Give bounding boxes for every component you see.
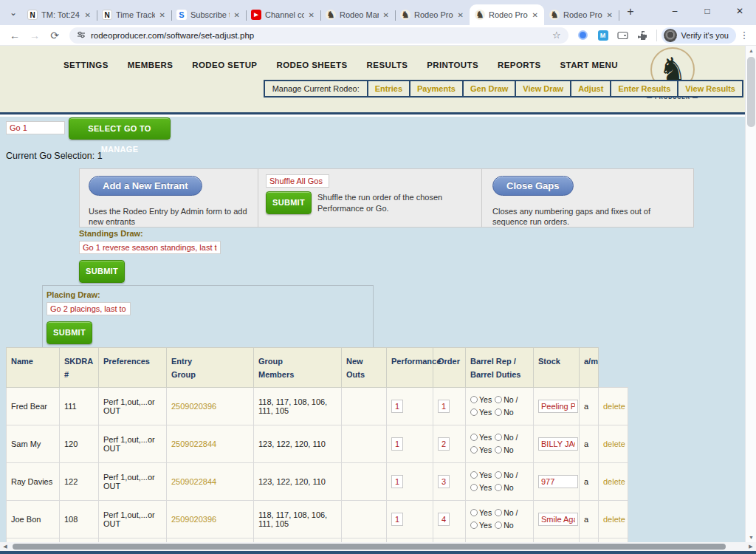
delete-link[interactable]: delete — [603, 515, 625, 524]
profile-chip[interactable]: Verify it's you — [662, 27, 736, 44]
radio-button[interactable] — [470, 509, 478, 516]
shuffle-input[interactable] — [266, 174, 329, 188]
tab-close-icon[interactable]: ✕ — [233, 11, 241, 19]
nav-item-results[interactable]: RESULTS — [367, 61, 408, 69]
radio-button[interactable] — [470, 471, 478, 479]
extension-pin-icon[interactable] — [574, 30, 592, 40]
order-input[interactable] — [438, 437, 450, 451]
shuffle-submit-button[interactable]: SUBMIT — [266, 191, 312, 214]
standings-submit-button[interactable]: SUBMIT — [79, 260, 125, 283]
manage-button-adjust[interactable]: Adjust — [570, 81, 610, 96]
radio-button[interactable] — [495, 408, 502, 416]
performance-input[interactable] — [391, 400, 403, 413]
new-tab-button[interactable]: + — [622, 4, 639, 21]
address-bar[interactable]: rodeoproducer.com/software/set-adjust.ph… — [69, 27, 568, 44]
manage-button-enter-results[interactable]: Enter Results — [610, 81, 677, 96]
browser-tab[interactable]: ♞Rodeo Prod✕ — [544, 4, 619, 25]
close-window-button[interactable]: ✕ — [724, 0, 756, 22]
wallet-extension-icon[interactable] — [614, 31, 632, 40]
order-input[interactable] — [438, 513, 450, 526]
forward-icon[interactable]: → — [26, 30, 44, 41]
placing-draw-input[interactable] — [47, 302, 131, 315]
minimize-button[interactable]: – — [659, 0, 691, 22]
vertical-scrollbar[interactable]: ▲ ▼ — [745, 46, 756, 542]
radio-button[interactable] — [495, 509, 502, 516]
radio-button[interactable] — [470, 521, 478, 529]
nav-item-rodeo-setup[interactable]: RODEO SETUP — [192, 61, 257, 69]
horizontal-scrollbar-thumb[interactable] — [13, 544, 726, 550]
close-gaps-button[interactable]: Close Gaps — [492, 176, 574, 196]
radio-button[interactable] — [495, 484, 502, 491]
horizontal-scrollbar[interactable]: ◀ ▶ — [0, 542, 756, 551]
nav-item-start-menu[interactable]: START MENU — [560, 61, 618, 69]
manage-button-view-draw[interactable]: View Draw — [515, 81, 570, 96]
stock-input[interactable] — [538, 400, 578, 413]
order-input[interactable] — [438, 475, 450, 488]
reload-icon[interactable]: ⟳ — [46, 30, 63, 41]
radio-button[interactable] — [470, 484, 478, 491]
add-entrant-button[interactable]: Add a New Entrant — [89, 176, 202, 196]
browser-tab[interactable]: ♞Rodeo Prod✕ — [470, 4, 544, 25]
nav-item-printouts[interactable]: PRINTOUTS — [427, 61, 478, 69]
radio-button[interactable] — [495, 434, 502, 441]
placing-submit-button[interactable]: SUBMIT — [47, 321, 92, 344]
entry-group-link[interactable]: 2509022844 — [171, 477, 216, 486]
extensions-puzzle-icon[interactable] — [634, 30, 652, 41]
nav-item-members[interactable]: MEMBERS — [128, 61, 173, 69]
radio-button[interactable] — [495, 446, 502, 454]
standings-draw-input[interactable] — [79, 241, 221, 254]
radio-button[interactable] — [470, 396, 478, 403]
scroll-up-icon[interactable]: ▲ — [746, 46, 756, 55]
performance-input[interactable] — [391, 437, 403, 451]
manage-button-entries[interactable]: Entries — [367, 81, 409, 96]
performance-input[interactable] — [391, 513, 403, 526]
vertical-scrollbar-thumb[interactable] — [747, 57, 755, 127]
maximize-button[interactable]: □ — [691, 0, 724, 22]
tab-close-icon[interactable]: ✕ — [308, 11, 315, 19]
delete-link[interactable]: delete — [603, 402, 625, 411]
manage-button-payments[interactable]: Payments — [409, 81, 462, 96]
browser-tab[interactable]: NTime Tracker✕ — [97, 4, 171, 25]
tab-close-icon[interactable]: ✕ — [606, 11, 614, 19]
tab-close-icon[interactable]: ✕ — [532, 11, 539, 19]
browser-tab[interactable]: ▶Channel con✕ — [246, 4, 320, 25]
extension-m-icon[interactable]: M — [594, 30, 612, 41]
stock-input[interactable] — [538, 513, 578, 526]
tab-close-icon[interactable]: ✕ — [159, 11, 166, 19]
nav-item-rodeo-sheets[interactable]: RODEO SHEETS — [276, 61, 347, 69]
radio-button[interactable] — [470, 408, 478, 416]
radio-button[interactable] — [470, 446, 478, 454]
url-text[interactable]: rodeoproducer.com/software/set-adjust.ph… — [91, 31, 547, 40]
entry-group-link[interactable]: 2509020396 — [171, 402, 216, 411]
browser-tab[interactable]: SSubscribe to✕ — [171, 4, 246, 25]
entry-group-link[interactable]: 2509020396 — [171, 515, 216, 524]
scroll-left-icon[interactable]: ◀ — [1, 542, 10, 551]
scroll-down-icon[interactable]: ▼ — [746, 533, 756, 542]
manage-button-gen-draw[interactable]: Gen Draw — [462, 81, 515, 96]
go-select-input[interactable] — [6, 121, 65, 134]
performance-input[interactable] — [391, 475, 403, 488]
bookmark-star-icon[interactable]: ☆ — [552, 30, 561, 41]
entry-group-link[interactable]: 2509022844 — [171, 440, 216, 448]
site-settings-icon[interactable] — [77, 29, 86, 42]
browser-tab[interactable]: ♞Rodeo Mana✕ — [320, 4, 395, 25]
select-go-button[interactable]: SELECT GO TO MANAGE — [69, 117, 171, 140]
nav-item-settings[interactable]: SETTINGS — [63, 61, 109, 69]
radio-button[interactable] — [495, 471, 502, 479]
radio-button[interactable] — [470, 434, 478, 441]
radio-button[interactable] — [495, 396, 502, 403]
tab-close-icon[interactable]: ✕ — [84, 11, 92, 19]
browser-tab[interactable]: NTM: Tot:24 A✕ — [22, 4, 97, 25]
delete-link[interactable]: delete — [603, 440, 625, 448]
radio-button[interactable] — [495, 521, 502, 529]
manage-button-view-results[interactable]: View Results — [677, 81, 742, 96]
back-icon[interactable]: ← — [6, 30, 24, 41]
browser-tab[interactable]: ♞Rodeo Prod✕ — [395, 4, 470, 25]
tab-close-icon[interactable]: ✕ — [457, 11, 464, 19]
stock-input[interactable] — [538, 475, 578, 488]
nav-item-reports[interactable]: REPORTS — [498, 61, 540, 69]
order-input[interactable] — [438, 400, 450, 413]
browser-menu-icon[interactable]: ⋮ — [738, 30, 750, 41]
stock-input[interactable] — [538, 437, 578, 451]
delete-link[interactable]: delete — [603, 477, 625, 486]
